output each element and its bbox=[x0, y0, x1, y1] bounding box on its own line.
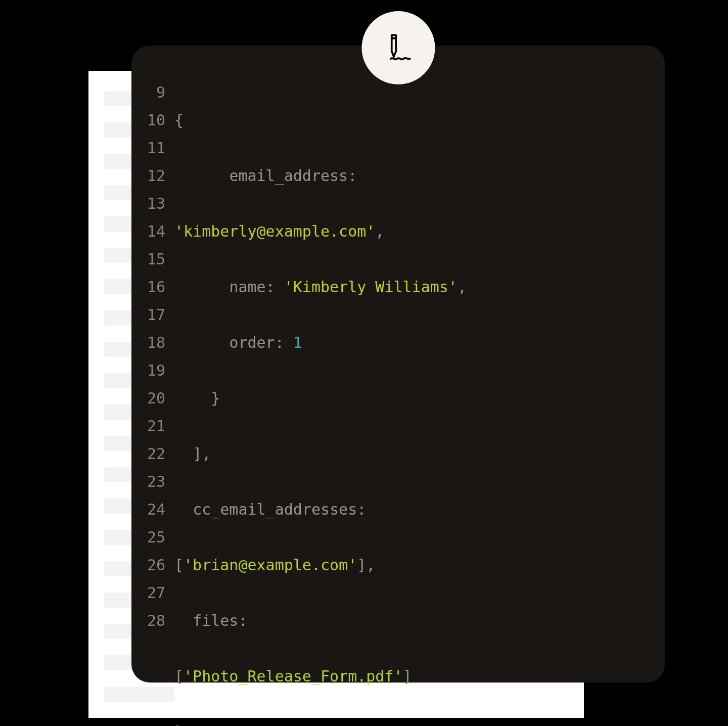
line-number: 21 bbox=[147, 412, 165, 440]
code-token: name bbox=[229, 278, 265, 296]
line-number: 27 bbox=[147, 579, 165, 607]
code-token: : bbox=[275, 334, 293, 351]
code-token: ], bbox=[357, 556, 375, 574]
line-number: 26 bbox=[147, 551, 165, 579]
code-token: : bbox=[357, 501, 366, 518]
line-number: 28 bbox=[147, 607, 165, 634]
code-token: }; bbox=[174, 723, 193, 726]
line-number: 9 bbox=[147, 78, 165, 106]
code-token: } bbox=[211, 389, 220, 407]
line-number: 16 bbox=[147, 273, 165, 301]
code-container[interactable]: 9 10 11 12 13 14 15 16 17 18 19 20 21 22… bbox=[147, 78, 645, 726]
code-token: ], bbox=[193, 445, 211, 463]
line-number: 22 bbox=[147, 440, 165, 468]
code-token: files bbox=[193, 612, 238, 629]
line-number: 11 bbox=[147, 134, 165, 162]
code-token: { bbox=[174, 111, 184, 129]
line-number: 13 bbox=[147, 190, 165, 217]
code-token: 'kimberly@example.com' bbox=[174, 222, 375, 240]
code-token: : bbox=[348, 167, 357, 185]
line-number: 12 bbox=[147, 162, 165, 190]
line-number: 24 bbox=[147, 495, 165, 523]
code-token: : bbox=[238, 612, 247, 629]
code-token: 1 bbox=[293, 334, 302, 351]
line-number: 18 bbox=[147, 329, 165, 356]
line-number: 15 bbox=[147, 245, 165, 273]
line-number: 20 bbox=[147, 384, 165, 412]
line-number: 23 bbox=[147, 468, 165, 495]
signature-icon-badge bbox=[361, 11, 435, 84]
code-token: [ bbox=[174, 667, 184, 685]
code-editor-panel: 9 10 11 12 13 14 15 16 17 18 19 20 21 22… bbox=[131, 46, 665, 683]
code-token: order bbox=[229, 334, 275, 351]
line-number: 25 bbox=[147, 523, 165, 551]
code-token: : bbox=[266, 278, 284, 296]
code-token: 'brian@example.com' bbox=[184, 556, 357, 574]
code-token: email_address bbox=[229, 167, 348, 185]
code-token: 'Kimberly Williams' bbox=[284, 278, 458, 296]
code-token: 'Photo_Release_Form.pdf' bbox=[184, 667, 402, 685]
code-token: , bbox=[375, 222, 384, 240]
line-number-gutter: 9 10 11 12 13 14 15 16 17 18 19 20 21 22… bbox=[147, 78, 174, 726]
line-number: 19 bbox=[147, 356, 165, 384]
line-number: 14 bbox=[147, 217, 165, 245]
code-token: , bbox=[458, 278, 467, 296]
signature-pen-icon bbox=[381, 31, 416, 65]
line-number: 17 bbox=[147, 301, 165, 329]
line-number: 10 bbox=[147, 106, 165, 134]
code-token: ] bbox=[403, 667, 412, 685]
code-content[interactable]: { email_address: 'kimberly@example.com',… bbox=[174, 78, 645, 726]
code-token: cc_email_addresses bbox=[193, 501, 357, 518]
code-token: [ bbox=[174, 556, 184, 574]
